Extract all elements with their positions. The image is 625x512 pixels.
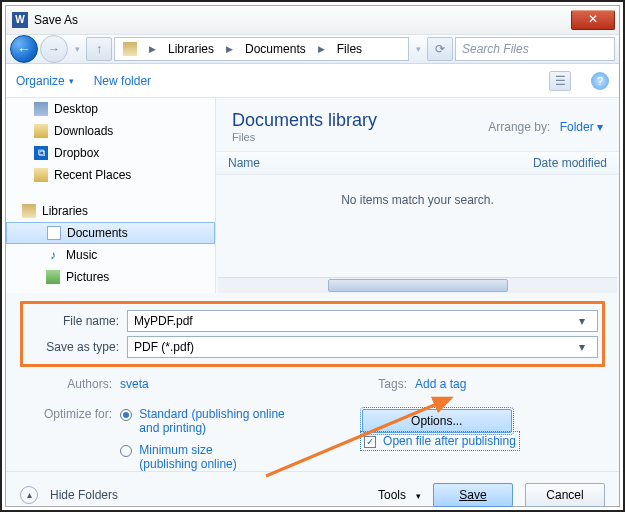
sidebar-item-recent[interactable]: Recent Places — [6, 164, 215, 186]
window-title: Save As — [34, 13, 78, 27]
desktop-icon — [34, 102, 48, 116]
tools-menu[interactable]: Tools ▾ — [378, 488, 421, 502]
sidebar-item-dropbox[interactable]: ⧉Dropbox — [6, 142, 215, 164]
content-area: Documents library Files Arrange by: Fold… — [216, 98, 619, 293]
new-folder-button[interactable]: New folder — [94, 74, 151, 88]
organize-menu[interactable]: Organize ▾ — [16, 74, 74, 88]
sidebar-item-desktop[interactable]: Desktop — [6, 98, 215, 120]
documents-icon — [47, 226, 61, 240]
breadcrumb-dropdown[interactable]: ▾ — [411, 37, 425, 61]
form-area: File name: MyPDF.pdf ▾ Save as type: PDF… — [6, 293, 619, 471]
crumb-files[interactable]: Files — [329, 38, 370, 60]
tags-label: Tags: — [375, 377, 415, 391]
save-button[interactable]: Save — [433, 483, 513, 507]
filename-label: File name: — [27, 314, 127, 328]
hide-folders-icon[interactable]: ▴ — [20, 486, 38, 504]
recent-icon — [34, 168, 48, 182]
forward-button[interactable]: → — [40, 35, 68, 63]
pictures-icon — [46, 270, 60, 284]
nav-bar: ← → ▾ ↑ ▶ Libraries ▶ Documents ▶ Files … — [6, 34, 619, 64]
sidebar-item-documents[interactable]: Documents — [6, 222, 215, 244]
radio-minimum[interactable]: Minimum size (publishing online) — [120, 443, 342, 471]
type-select[interactable]: PDF (*.pdf) ▾ — [127, 336, 598, 358]
crumb-libraries[interactable]: Libraries — [160, 38, 222, 60]
sidebar-libraries[interactable]: Libraries — [6, 200, 215, 222]
type-label: Save as type: — [27, 340, 127, 354]
bottom-bar: ▴ Hide Folders Tools ▾ Save Cancel — [6, 471, 619, 512]
toolbar: Organize ▾ New folder ☰ ? — [6, 64, 619, 98]
libraries-icon — [123, 42, 137, 56]
radio-standard[interactable]: Standard (publishing online and printing… — [120, 407, 342, 435]
dropbox-icon: ⧉ — [34, 146, 48, 160]
radio-icon — [120, 409, 132, 421]
cancel-button[interactable]: Cancel — [525, 483, 605, 507]
arrange-by-label: Arrange by: — [488, 120, 556, 134]
sidebar-item-pictures[interactable]: Pictures — [6, 266, 215, 288]
options-button[interactable]: Options... — [362, 409, 512, 433]
h-scrollbar[interactable] — [218, 277, 617, 293]
hide-folders-button[interactable]: Hide Folders — [50, 488, 118, 502]
sidebar-item-music[interactable]: ♪Music — [6, 244, 215, 266]
sidebar-item-downloads[interactable]: Downloads — [6, 120, 215, 142]
refresh-button[interactable]: ⟳ — [427, 37, 453, 61]
breadcrumb[interactable]: ▶ Libraries ▶ Documents ▶ Files — [114, 37, 409, 61]
empty-message: No items match your search. — [216, 175, 619, 277]
open-after-checkbox[interactable]: ✓ Open file after publishing — [362, 433, 518, 449]
highlight-box: File name: MyPDF.pdf ▾ Save as type: PDF… — [20, 301, 605, 367]
authors-value[interactable]: sveta — [120, 377, 149, 391]
authors-label: Authors: — [20, 377, 120, 391]
checkbox-icon: ✓ — [364, 436, 376, 448]
libraries-icon — [22, 204, 36, 218]
titlebar: W Save As ✕ — [6, 6, 619, 34]
music-icon: ♪ — [46, 248, 60, 262]
help-button[interactable]: ? — [591, 72, 609, 90]
library-title: Documents library — [232, 110, 488, 131]
saveas-dialog: W Save As ✕ ← → ▾ ↑ ▶ Libraries ▶ Docume… — [0, 0, 625, 512]
tags-value[interactable]: Add a tag — [415, 377, 605, 391]
crumb-documents[interactable]: Documents — [237, 38, 314, 60]
col-date[interactable]: Date modified — [533, 156, 607, 170]
column-headers[interactable]: Name Date modified — [216, 151, 619, 175]
scrollbar-thumb[interactable] — [328, 279, 508, 292]
library-subtitle: Files — [232, 131, 488, 143]
search-input[interactable]: Search Files — [455, 37, 615, 61]
sidebar: Desktop Downloads ⧉Dropbox Recent Places… — [6, 98, 216, 293]
back-button[interactable]: ← — [10, 35, 38, 63]
view-button[interactable]: ☰ — [549, 71, 571, 91]
filename-input[interactable]: MyPDF.pdf ▾ — [127, 310, 598, 332]
history-dropdown[interactable]: ▾ — [70, 37, 84, 61]
downloads-icon — [34, 124, 48, 138]
col-name[interactable]: Name — [228, 156, 533, 170]
optimize-label: Optimize for: — [20, 407, 120, 421]
up-button[interactable]: ↑ — [86, 37, 112, 61]
close-button[interactable]: ✕ — [571, 10, 615, 30]
word-icon: W — [12, 12, 28, 28]
radio-icon — [120, 445, 132, 457]
arrange-by-value[interactable]: Folder ▾ — [560, 120, 603, 134]
search-placeholder: Search Files — [456, 42, 529, 56]
